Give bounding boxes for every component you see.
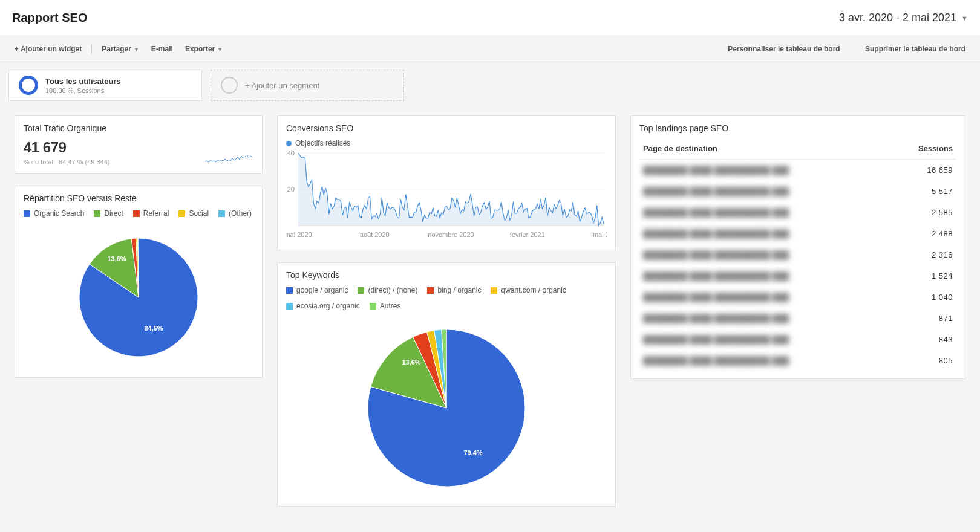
table-row[interactable]: ████████ ████ ██████████ ███2 585 [639, 202, 956, 223]
legend-label: Direct [104, 209, 123, 218]
chevron-down-icon: ▼ [134, 47, 139, 53]
pie-chart-repartition: 84,5%13,6% [72, 231, 205, 364]
cell-sessions: 2 488 [889, 223, 956, 244]
legend-item: Referral [133, 209, 169, 218]
svg-text:août 2020: août 2020 [360, 231, 390, 238]
table-row[interactable]: ████████ ████ ██████████ ███843 [639, 329, 956, 350]
column-1: Total Trafic Organique 41 679 % du total… [15, 115, 263, 378]
legend-label: Autres [380, 302, 401, 310]
legend-item: Social [178, 209, 209, 218]
cell-page: ████████ ████ ██████████ ███ [639, 265, 889, 287]
table-row[interactable]: ████████ ████ ██████████ ███1 524 [639, 265, 956, 287]
cell-sessions: 805 [889, 350, 956, 371]
date-range-picker[interactable]: 3 avr. 2020 - 2 mai 2021 ▼ [839, 11, 968, 24]
segment-text: Tous les utilisateurs 100,00 %, Sessions [45, 77, 121, 94]
chevron-down-icon: ▼ [961, 15, 968, 22]
traffic-value: 41 679 [24, 139, 109, 156]
cell-page: ████████ ████ ██████████ ███ [639, 350, 889, 371]
legend-swatch [286, 287, 293, 294]
widget-title: Répartition SEO versus Reste [24, 193, 253, 203]
legend-swatch [133, 210, 140, 217]
svg-text:84,5%: 84,5% [144, 325, 163, 332]
toolbar-right: Personnaliser le tableau de bord Supprim… [711, 42, 972, 56]
delete-dashboard-button[interactable]: Supprimer le tableau de bord [859, 42, 972, 56]
widget-title: Conversions SEO [286, 123, 607, 133]
legend-label: Organic Search [34, 209, 84, 218]
cell-sessions: 5 517 [889, 181, 956, 202]
cell-sessions: 1 040 [889, 287, 956, 308]
legend-item: bing / organic [427, 286, 481, 294]
toolbar-left: + Ajouter un widget Partager▼ E-mail Exp… [8, 42, 229, 56]
cell-page: ████████ ████ ██████████ ███ [639, 329, 889, 350]
export-button[interactable]: Exporter▼ [179, 42, 229, 56]
widget-conversions: Conversions SEO Objectifs réalisés 4020m… [277, 115, 616, 250]
toolbar: + Ajouter un widget Partager▼ E-mail Exp… [0, 36, 980, 62]
cell-sessions: 2 316 [889, 244, 956, 265]
legend-item: (direct) / (none) [358, 286, 417, 294]
legend-swatch [491, 287, 497, 294]
separator [91, 44, 92, 54]
cell-sessions: 2 585 [889, 202, 956, 223]
legend-label: (Other) [229, 209, 252, 218]
widget-title: Top Keywords [286, 270, 607, 280]
svg-text:mai 2020: mai 2020 [286, 231, 312, 238]
legend-item: Organic Search [24, 209, 84, 218]
page-header: Rapport SEO 3 avr. 2020 - 2 mai 2021 ▼ [0, 0, 980, 36]
cell-sessions: 871 [889, 308, 956, 329]
table-row[interactable]: ████████ ████ ██████████ ███1 040 [639, 287, 956, 308]
customize-dashboard-button[interactable]: Personnaliser le tableau de bord [722, 42, 846, 56]
table-row[interactable]: ████████ ████ ██████████ ███5 517 [639, 181, 956, 202]
legend-swatch [286, 303, 293, 310]
segment-circle-icon [19, 76, 38, 95]
widget-title: Top landings page SEO [639, 123, 956, 133]
dashboard-grid: Total Trafic Organique 41 679 % du total… [0, 108, 980, 521]
col-sessions: Sessions [889, 139, 956, 160]
add-segment-button[interactable]: + Ajouter un segment [211, 70, 404, 101]
cell-sessions: 1 524 [889, 265, 956, 287]
table-row[interactable]: ████████ ████ ██████████ ███2 488 [639, 223, 956, 244]
legend-item: (Other) [218, 209, 252, 218]
legend-item: Autres [370, 302, 401, 310]
cell-page: ████████ ████ ██████████ ███ [639, 202, 889, 223]
legend-swatch [178, 210, 185, 217]
legend-label: bing / organic [437, 286, 481, 294]
legend-item: google / organic [286, 286, 348, 294]
pie-chart-keywords: 79,4%13,6% [362, 323, 531, 493]
date-range-label: 3 avr. 2020 - 2 mai 2021 [839, 11, 956, 24]
table-row[interactable]: ████████ ████ ██████████ ███805 [639, 350, 956, 371]
legend-label: qwant.com / organic [501, 286, 566, 294]
add-widget-button[interactable]: + Ajouter un widget [8, 42, 88, 56]
empty-circle-icon [221, 77, 238, 94]
legend-item: ecosia.org / organic [286, 302, 360, 310]
circle-icon [286, 141, 292, 146]
table-row[interactable]: ████████ ████ ██████████ ███871 [639, 308, 956, 329]
landings-table: Page de destination Sessions ████████ ██… [639, 139, 956, 371]
sparkline-chart [205, 151, 253, 166]
table-row[interactable]: ████████ ████ ██████████ ███2 316 [639, 244, 956, 265]
cell-sessions: 16 659 [889, 160, 956, 181]
legend-swatch [370, 303, 376, 310]
legend-label: Referral [143, 209, 169, 218]
legend-item: Direct [94, 209, 123, 218]
cell-page: ████████ ████ ██████████ ███ [639, 308, 889, 329]
table-row[interactable]: ████████ ████ ██████████ ███16 659 [639, 160, 956, 181]
legend-label: ecosia.org / organic [296, 302, 360, 310]
chevron-down-icon: ▼ [217, 47, 223, 53]
legend-swatch [427, 287, 434, 294]
page-title: Rapport SEO [12, 11, 87, 25]
widget-repartition: Répartition SEO versus Reste Organic Sea… [15, 186, 263, 378]
cell-page: ████████ ████ ██████████ ███ [639, 287, 889, 308]
segment-title: Tous les utilisateurs [45, 77, 121, 86]
cell-sessions: 843 [889, 329, 956, 350]
segment-all-users[interactable]: Tous les utilisateurs 100,00 %, Sessions [8, 70, 202, 101]
column-3: Top landings page SEO Page de destinatio… [630, 115, 965, 379]
email-button[interactable]: E-mail [145, 42, 179, 56]
widget-title: Total Trafic Organique [24, 123, 253, 133]
share-button[interactable]: Partager▼ [96, 42, 145, 56]
cell-page: ████████ ████ ██████████ ███ [639, 181, 889, 202]
legend-label: google / organic [296, 286, 348, 294]
legend-label: Objectifs réalisés [295, 139, 350, 148]
segment-bar: Tous les utilisateurs 100,00 %, Sessions… [0, 62, 980, 108]
svg-text:mai 2...: mai 2... [593, 231, 607, 238]
widget-keywords: Top Keywords google / organic(direct) / … [277, 262, 616, 507]
